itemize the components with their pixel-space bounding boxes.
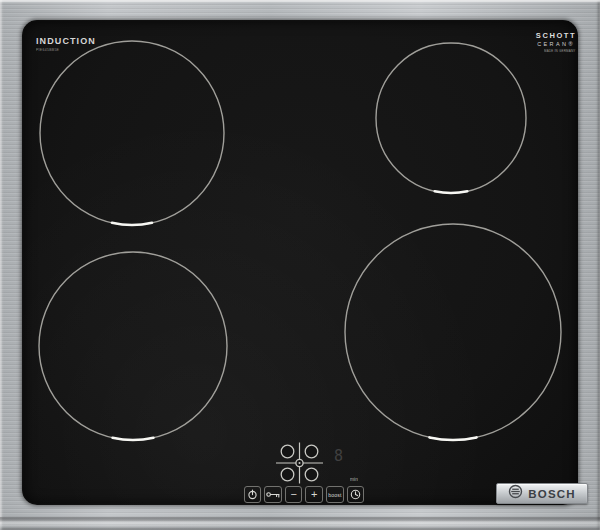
timer-button[interactable] <box>347 486 364 503</box>
power-icon <box>247 489 258 500</box>
induction-text: INDUCTION <box>36 36 96 46</box>
timer-min-label: min <box>347 477 361 482</box>
plus-button[interactable]: + <box>305 486 322 503</box>
minus-button[interactable]: − <box>285 486 302 503</box>
ceran-text: CERAN® <box>532 41 580 47</box>
boost-label: boost <box>328 492 341 497</box>
ceramic-glass-surface <box>22 20 578 505</box>
boost-button[interactable]: boost <box>326 486 344 503</box>
model-number-text: PIE645BB5E <box>36 48 71 51</box>
schott-small-text: MADE IN GERMANY <box>544 49 568 52</box>
zone-selector-diagram <box>271 441 328 485</box>
bosch-badge: BOSCH <box>496 483 588 504</box>
bosch-brand-text: BOSCH <box>528 488 576 500</box>
power-level-display: 8 <box>334 447 343 465</box>
childlock-button[interactable] <box>264 486 281 503</box>
key-icon <box>266 491 280 498</box>
clock-icon <box>350 489 361 500</box>
touch-control-row: − + boost <box>244 486 364 503</box>
induction-hob: INDUCTION PIE645BB5E SCHOTT CERAN® MADE … <box>0 0 600 530</box>
power-button[interactable] <box>244 486 261 503</box>
glass-print-label: INDUCTION PIE645BB5E <box>36 36 96 54</box>
schott-ceran-logo: SCHOTT CERAN® MADE IN GERMANY <box>532 31 580 55</box>
schott-text: SCHOTT <box>532 31 580 40</box>
bosch-emblem-icon <box>508 484 523 503</box>
